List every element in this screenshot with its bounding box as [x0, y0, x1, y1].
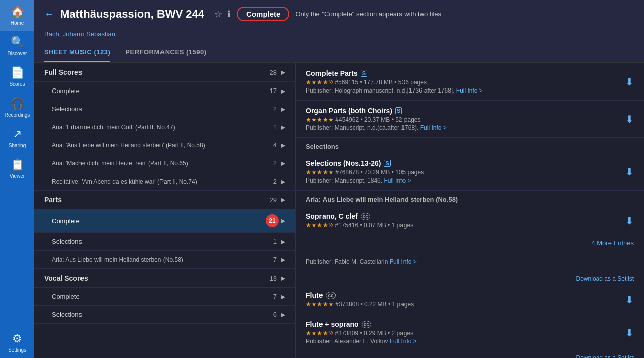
entry-title-flute-soprano: Flute + soprano [306, 320, 359, 328]
entry-organ-parts: Organ Parts (both Choirs) S ★★★★★ #45496… [296, 101, 644, 138]
stars-complete-parts: ★★★★½ [306, 79, 333, 86]
publisher-organ-parts: Publisher: Manuscript, n.d.(ca.after 176… [306, 124, 420, 131]
category-aria-aus-liebe-parts[interactable]: Aria: Aus Liebe will mein Heiland sterbe… [34, 251, 295, 269]
category-parts[interactable]: Parts 29 ▶ [34, 191, 295, 209]
stars-flute-soprano: ★★★★½ [306, 330, 333, 337]
entry-title-organ-parts: Organ Parts (both Choirs) [306, 107, 392, 115]
category-vocal-complete[interactable]: Complete 7 ▶ [34, 288, 295, 306]
sidebar-label-home: Home [11, 20, 24, 26]
chevron-full-complete: ▶ [281, 87, 285, 95]
chevron-vocal-selections: ▶ [281, 311, 285, 318]
entry-publisher-castellarin: Publisher: Fabio M. Castellarin Full Inf… [296, 251, 644, 272]
complete-badge-button[interactable]: Complete [237, 7, 289, 21]
category-aria-mache[interactable]: Aria: 'Mache dich, mein Herze, rein' (Pa… [34, 154, 295, 172]
rating-count-organ-parts: #454962 • 20.37 MB • 52 pages [335, 116, 420, 123]
category-full-scores[interactable]: Full Scores 28 ▶ [34, 63, 295, 82]
category-parts-selections[interactable]: Selections 1 ▶ [34, 233, 295, 251]
settings-icon: ⚙ [12, 332, 22, 345]
sidebar-item-home[interactable]: 🏠 Home [0, 0, 34, 31]
header-note: Only the "Complete" section appears with… [295, 10, 441, 18]
section-header-selections: Selections [296, 138, 644, 153]
viewer-icon: 📋 [11, 158, 24, 171]
sidebar-item-recordings[interactable]: 🎧 Recordings [0, 92, 34, 123]
info-icon[interactable]: ℹ [227, 9, 231, 20]
chevron-full-selections: ▶ [281, 106, 285, 113]
entry-title-selections-nos: Selections (Nos.13-26) [306, 159, 381, 167]
stars-organ-parts: ★★★★★ [306, 116, 334, 123]
full-info-castellarin[interactable]: Full Info > [390, 258, 417, 265]
download-button-soprano[interactable]: ⬇ [625, 215, 634, 227]
home-icon: 🏠 [11, 5, 24, 18]
category-full-selections[interactable]: Selections 2 ▶ [34, 100, 295, 118]
publisher-castellarin: Publisher: Fabio M. Castellarin [306, 258, 390, 265]
full-info-organ-parts[interactable]: Full Info > [420, 124, 447, 131]
category-vocal-selections[interactable]: Selections 6 ▶ [34, 306, 295, 324]
rating-count-selections-nos: #768678 • 70.29 MB • 105 pages [335, 169, 424, 176]
sidebar-label-viewer: Viewer [10, 173, 25, 179]
sidebar-item-viewer[interactable]: 📋 Viewer [0, 153, 34, 184]
sidebar-label-recordings: Recordings [5, 112, 30, 118]
sidebar-item-scores[interactable]: 📄 Scores [0, 61, 34, 92]
chevron-recitative: ▶ [281, 178, 285, 185]
header-icons: ☆ ℹ [214, 9, 231, 20]
chevron-aria-mache: ▶ [281, 160, 285, 167]
download-button-organ-parts[interactable]: ⬇ [625, 113, 634, 125]
chevron-aria-aus-liebe: ▶ [281, 142, 285, 149]
download-button-flute-soprano[interactable]: ⬇ [625, 327, 634, 339]
sidebar-item-discover[interactable]: 🔍 Discover [0, 31, 34, 61]
category-recitative[interactable]: Recitative: 'Am Abend da es kühle war' (… [34, 172, 295, 191]
full-info-complete-parts[interactable]: Full Info > [456, 87, 483, 94]
main-content: ← Matthäuspassion, BWV 244 ☆ ℹ Complete … [34, 0, 644, 358]
back-button[interactable]: ← [44, 8, 54, 20]
rating-count-complete-parts: #569115 • 177.78 MB • 506 pages [335, 79, 427, 86]
entry-title-soprano: Soprano, C clef [306, 212, 358, 220]
category-vocal-scores[interactable]: Vocal Scores 13 ▶ [34, 269, 295, 288]
entry-flute: Flute cc ★★★★★ #373808 • 0.22 MB • 1 pag… [296, 285, 644, 314]
publisher-selections-nos: Publisher: Manuscript, 1846. [306, 177, 384, 184]
entry-soprano-c-clef: Soprano, C clef cc ★★★★½ #175416 • 0.07 … [296, 206, 644, 235]
category-aria-aus-liebe[interactable]: Aria: 'Aus Liebe will mein Heiland sterb… [34, 136, 295, 154]
chevron-vocal-scores: ▶ [281, 275, 285, 282]
download-setlist-button-2[interactable]: Download as a Setlist [296, 351, 644, 358]
sidebar: 🏠 Home 🔍 Discover 📄 Scores 🎧 Recordings … [0, 0, 34, 358]
stars-selections-nos: ★★★★★ [306, 169, 334, 176]
right-panel: Complete Parts S ★★★★½ #569115 • 177.78 … [296, 63, 644, 358]
simsage-icon-organ-parts: S [395, 107, 402, 114]
download-button-selections-nos[interactable]: ⬇ [625, 166, 634, 178]
category-full-complete[interactable]: Complete 17 ▶ [34, 82, 295, 100]
simsage-icon-complete-parts: S [361, 70, 367, 77]
chevron-parts-complete: ▶ [281, 217, 285, 224]
download-button-complete-parts[interactable]: ⬇ [625, 76, 634, 88]
sidebar-item-sharing[interactable]: ↗ Sharing [0, 123, 34, 153]
download-setlist-button-1[interactable]: Download as a Setlist [296, 272, 644, 285]
composer-bar: Bach, Johann Sebastian [34, 28, 644, 43]
page-title: Matthäuspassion, BWV 244 [60, 8, 204, 21]
cc-icon-flute-soprano: cc [362, 321, 371, 328]
category-aria-erbarme[interactable]: Aria: 'Erbarme dich, mein Gott' (Part II… [34, 118, 295, 136]
rating-count-flute: #373808 • 0.22 MB • 1 pages [335, 301, 414, 308]
entry-title-complete-parts: Complete Parts [306, 69, 358, 77]
simsage-icon-selections: S [384, 160, 390, 167]
full-info-selections-nos[interactable]: Full Info > [384, 177, 411, 184]
scores-icon: 📄 [11, 66, 24, 79]
publisher-flute-soprano: Publisher: Alexander E. Volkov [306, 338, 390, 345]
sidebar-label-scores: Scores [9, 81, 25, 87]
chevron-aria-erbarme: ▶ [281, 124, 285, 131]
tab-sheet-music[interactable]: SHEET MUSIC (123) [44, 43, 110, 62]
entry-complete-parts: Complete Parts S ★★★★½ #569115 • 177.78 … [296, 63, 644, 101]
tab-performances[interactable]: PERFORMANCES (1590) [125, 43, 206, 62]
favorite-icon[interactable]: ☆ [214, 9, 222, 20]
full-info-flute-soprano[interactable]: Full Info > [390, 338, 417, 345]
header: ← Matthäuspassion, BWV 244 ☆ ℹ Complete … [34, 0, 644, 28]
stars-flute: ★★★★★ [306, 301, 334, 308]
entry-title-flute: Flute [306, 291, 323, 299]
composer-name[interactable]: Bach, Johann Sebastian [44, 30, 115, 38]
more-entries-button[interactable]: 4 More Entries [296, 235, 644, 251]
sidebar-label-discover: Discover [8, 51, 27, 56]
stars-soprano: ★★★★½ [306, 222, 333, 229]
category-parts-complete[interactable]: Complete 21 ▶ [34, 209, 295, 233]
download-button-flute[interactable]: ⬇ [625, 294, 634, 306]
entry-selections-nos: Selections (Nos.13-26) S ★★★★★ #768678 •… [296, 153, 644, 191]
content-area: Full Scores 28 ▶ Complete 17 ▶ Selection… [34, 63, 644, 358]
sidebar-item-settings[interactable]: ⚙ Settings [0, 327, 34, 358]
